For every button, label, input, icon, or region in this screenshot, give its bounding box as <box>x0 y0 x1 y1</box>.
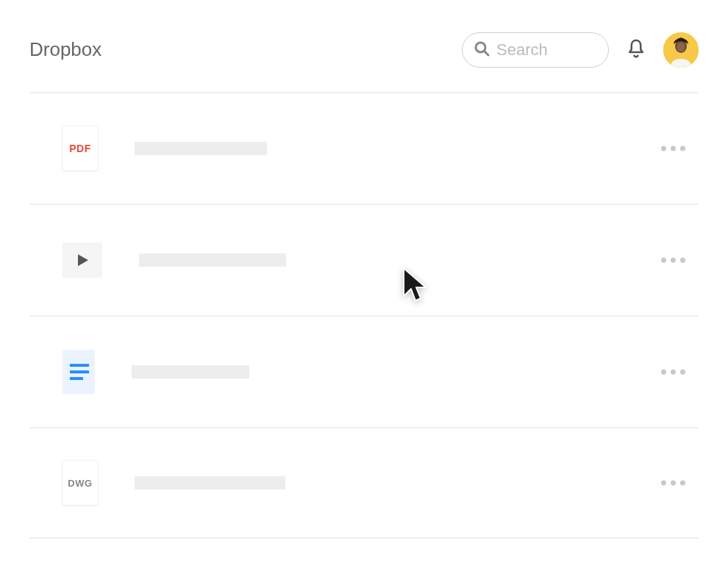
file-type-document-icon <box>63 350 95 394</box>
header: Dropbox <box>0 0 728 92</box>
search-input[interactable] <box>496 40 585 60</box>
file-row[interactable]: DWG <box>29 427 699 539</box>
file-name-placeholder <box>135 476 285 490</box>
file-type-dwg-icon: DWG <box>63 461 98 505</box>
more-options-button[interactable] <box>655 252 691 269</box>
avatar[interactable] <box>663 32 699 68</box>
file-name-placeholder <box>135 142 267 155</box>
bell-icon <box>625 37 647 62</box>
document-lines-icon <box>68 364 89 380</box>
svg-point-4 <box>677 42 685 51</box>
svg-line-1 <box>485 51 488 55</box>
search-icon <box>473 40 490 60</box>
file-type-pdf-icon: PDF <box>63 126 98 171</box>
file-row[interactable]: PDF <box>29 92 699 204</box>
avatar-image <box>663 32 699 68</box>
more-options-button[interactable] <box>655 364 691 381</box>
play-icon <box>75 253 90 268</box>
more-options-button[interactable] <box>655 140 691 157</box>
notifications-button[interactable] <box>625 37 647 62</box>
more-options-button[interactable] <box>655 475 691 492</box>
brand-title: Dropbox <box>29 38 101 61</box>
file-row[interactable] <box>29 204 699 315</box>
file-type-video-icon <box>63 243 102 278</box>
file-list: PDF DWG <box>0 92 728 539</box>
file-name-placeholder <box>139 254 286 267</box>
header-actions <box>462 32 699 68</box>
file-name-placeholder <box>132 365 249 379</box>
file-row[interactable] <box>29 315 699 427</box>
search-box[interactable] <box>462 32 609 68</box>
